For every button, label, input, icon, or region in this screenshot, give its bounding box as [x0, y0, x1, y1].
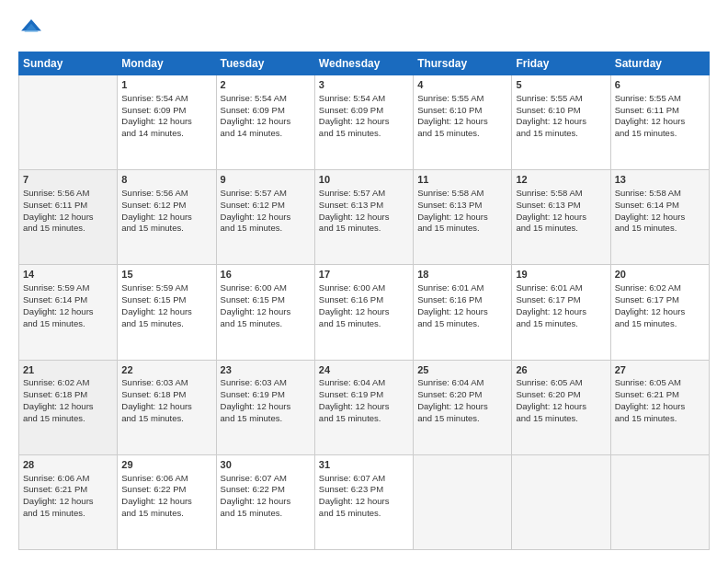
day-info: Sunrise: 6:06 AM Sunset: 6:21 PM Dayligh… — [23, 473, 113, 520]
day-info: Sunrise: 5:55 AM Sunset: 6:10 PM Dayligh… — [516, 93, 606, 140]
day-number: 15 — [121, 268, 211, 282]
day-info: Sunrise: 5:56 AM Sunset: 6:12 PM Dayligh… — [121, 188, 211, 235]
day-cell: 13Sunrise: 5:58 AM Sunset: 6:14 PM Dayli… — [610, 170, 709, 265]
day-number: 31 — [319, 458, 409, 472]
day-number: 8 — [121, 173, 211, 187]
day-cell: 24Sunrise: 6:04 AM Sunset: 6:19 PM Dayli… — [314, 360, 413, 454]
day-cell — [19, 75, 118, 170]
day-number: 1 — [121, 78, 211, 92]
day-number: 7 — [23, 173, 113, 187]
day-info: Sunrise: 5:54 AM Sunset: 6:09 PM Dayligh… — [221, 93, 311, 140]
day-number: 24 — [319, 363, 409, 377]
day-number: 16 — [221, 268, 311, 282]
day-cell: 30Sunrise: 6:07 AM Sunset: 6:22 PM Dayli… — [216, 454, 314, 549]
day-info: Sunrise: 6:01 AM Sunset: 6:16 PM Dayligh… — [417, 282, 507, 329]
day-cell: 12Sunrise: 5:58 AM Sunset: 6:13 PM Dayli… — [512, 170, 610, 265]
day-number: 12 — [516, 173, 606, 187]
day-info: Sunrise: 5:55 AM Sunset: 6:10 PM Dayligh… — [417, 93, 507, 140]
day-cell: 6Sunrise: 5:55 AM Sunset: 6:11 PM Daylig… — [610, 75, 709, 170]
page: SundayMondayTuesdayWednesdayThursdayFrid… — [0, 0, 728, 563]
day-number: 11 — [417, 173, 507, 187]
day-number: 27 — [615, 363, 705, 377]
day-cell: 19Sunrise: 6:01 AM Sunset: 6:17 PM Dayli… — [512, 265, 610, 360]
day-cell: 23Sunrise: 6:03 AM Sunset: 6:19 PM Dayli… — [216, 360, 314, 454]
calendar-body: 1Sunrise: 5:54 AM Sunset: 6:09 PM Daylig… — [19, 75, 710, 550]
day-info: Sunrise: 5:58 AM Sunset: 6:13 PM Dayligh… — [516, 188, 606, 235]
day-number: 5 — [516, 78, 606, 92]
day-cell: 11Sunrise: 5:58 AM Sunset: 6:13 PM Dayli… — [414, 170, 512, 265]
week-row-1: 7Sunrise: 5:56 AM Sunset: 6:11 PM Daylig… — [19, 170, 710, 265]
day-cell: 14Sunrise: 5:59 AM Sunset: 6:14 PM Dayli… — [19, 265, 118, 360]
day-cell: 29Sunrise: 6:06 AM Sunset: 6:22 PM Dayli… — [118, 454, 216, 549]
day-number: 6 — [615, 78, 705, 92]
day-cell: 7Sunrise: 5:56 AM Sunset: 6:11 PM Daylig… — [19, 170, 118, 265]
day-info: Sunrise: 5:54 AM Sunset: 6:09 PM Dayligh… — [319, 93, 409, 140]
day-cell: 15Sunrise: 5:59 AM Sunset: 6:15 PM Dayli… — [118, 265, 216, 360]
header-cell-tuesday: Tuesday — [216, 52, 314, 75]
calendar-table: SundayMondayTuesdayWednesdayThursdayFrid… — [18, 52, 710, 550]
day-number: 13 — [615, 173, 705, 187]
week-row-0: 1Sunrise: 5:54 AM Sunset: 6:09 PM Daylig… — [19, 75, 710, 170]
day-info: Sunrise: 6:00 AM Sunset: 6:16 PM Dayligh… — [319, 282, 409, 329]
day-info: Sunrise: 5:58 AM Sunset: 6:14 PM Dayligh… — [615, 188, 705, 235]
day-number: 14 — [23, 268, 113, 282]
header-row: SundayMondayTuesdayWednesdayThursdayFrid… — [19, 52, 710, 75]
day-info: Sunrise: 6:02 AM Sunset: 6:18 PM Dayligh… — [23, 377, 113, 424]
day-cell: 8Sunrise: 5:56 AM Sunset: 6:12 PM Daylig… — [118, 170, 216, 265]
day-cell: 10Sunrise: 5:57 AM Sunset: 6:13 PM Dayli… — [314, 170, 413, 265]
day-info: Sunrise: 5:56 AM Sunset: 6:11 PM Dayligh… — [23, 188, 113, 235]
day-number: 18 — [417, 268, 507, 282]
day-info: Sunrise: 5:55 AM Sunset: 6:11 PM Dayligh… — [615, 93, 705, 140]
day-number: 17 — [319, 268, 409, 282]
day-number: 20 — [615, 268, 705, 282]
day-number: 21 — [23, 363, 113, 377]
day-number: 28 — [23, 458, 113, 472]
header-cell-monday: Monday — [118, 52, 216, 75]
day-cell: 17Sunrise: 6:00 AM Sunset: 6:16 PM Dayli… — [314, 265, 413, 360]
day-number: 2 — [221, 78, 311, 92]
day-cell: 4Sunrise: 5:55 AM Sunset: 6:10 PM Daylig… — [414, 75, 512, 170]
day-cell: 5Sunrise: 5:55 AM Sunset: 6:10 PM Daylig… — [512, 75, 610, 170]
day-cell: 27Sunrise: 6:05 AM Sunset: 6:21 PM Dayli… — [610, 360, 709, 454]
header-cell-saturday: Saturday — [610, 52, 709, 75]
header — [18, 17, 710, 42]
day-info: Sunrise: 6:04 AM Sunset: 6:19 PM Dayligh… — [319, 377, 409, 424]
week-row-3: 21Sunrise: 6:02 AM Sunset: 6:18 PM Dayli… — [19, 360, 710, 454]
day-cell: 9Sunrise: 5:57 AM Sunset: 6:12 PM Daylig… — [216, 170, 314, 265]
day-cell — [414, 454, 512, 549]
day-info: Sunrise: 5:58 AM Sunset: 6:13 PM Dayligh… — [417, 188, 507, 235]
day-info: Sunrise: 5:54 AM Sunset: 6:09 PM Dayligh… — [121, 93, 211, 140]
day-number: 10 — [319, 173, 409, 187]
day-number: 29 — [121, 458, 211, 472]
day-cell: 18Sunrise: 6:01 AM Sunset: 6:16 PM Dayli… — [414, 265, 512, 360]
day-cell: 22Sunrise: 6:03 AM Sunset: 6:18 PM Dayli… — [118, 360, 216, 454]
day-number: 3 — [319, 78, 409, 92]
day-info: Sunrise: 6:05 AM Sunset: 6:20 PM Dayligh… — [516, 377, 606, 424]
day-cell: 28Sunrise: 6:06 AM Sunset: 6:21 PM Dayli… — [19, 454, 118, 549]
week-row-2: 14Sunrise: 5:59 AM Sunset: 6:14 PM Dayli… — [19, 265, 710, 360]
day-info: Sunrise: 5:59 AM Sunset: 6:15 PM Dayligh… — [121, 282, 211, 329]
day-info: Sunrise: 6:03 AM Sunset: 6:19 PM Dayligh… — [221, 377, 311, 424]
day-info: Sunrise: 6:00 AM Sunset: 6:15 PM Dayligh… — [221, 282, 311, 329]
day-cell — [512, 454, 610, 549]
day-cell: 26Sunrise: 6:05 AM Sunset: 6:20 PM Dayli… — [512, 360, 610, 454]
day-cell: 21Sunrise: 6:02 AM Sunset: 6:18 PM Dayli… — [19, 360, 118, 454]
logo — [18, 17, 48, 42]
day-cell: 3Sunrise: 5:54 AM Sunset: 6:09 PM Daylig… — [314, 75, 413, 170]
day-info: Sunrise: 6:06 AM Sunset: 6:22 PM Dayligh… — [121, 473, 211, 520]
logo-icon — [18, 17, 44, 42]
header-cell-wednesday: Wednesday — [314, 52, 413, 75]
day-cell: 25Sunrise: 6:04 AM Sunset: 6:20 PM Dayli… — [414, 360, 512, 454]
day-info: Sunrise: 6:05 AM Sunset: 6:21 PM Dayligh… — [615, 377, 705, 424]
day-info: Sunrise: 6:07 AM Sunset: 6:22 PM Dayligh… — [221, 473, 311, 520]
calendar-header: SundayMondayTuesdayWednesdayThursdayFrid… — [19, 52, 710, 75]
day-info: Sunrise: 5:57 AM Sunset: 6:13 PM Dayligh… — [319, 188, 409, 235]
header-cell-friday: Friday — [512, 52, 610, 75]
day-info: Sunrise: 6:04 AM Sunset: 6:20 PM Dayligh… — [417, 377, 507, 424]
day-cell: 20Sunrise: 6:02 AM Sunset: 6:17 PM Dayli… — [610, 265, 709, 360]
day-info: Sunrise: 6:03 AM Sunset: 6:18 PM Dayligh… — [121, 377, 211, 424]
day-cell: 2Sunrise: 5:54 AM Sunset: 6:09 PM Daylig… — [216, 75, 314, 170]
day-cell — [610, 454, 709, 549]
day-cell: 1Sunrise: 5:54 AM Sunset: 6:09 PM Daylig… — [118, 75, 216, 170]
day-number: 26 — [516, 363, 606, 377]
